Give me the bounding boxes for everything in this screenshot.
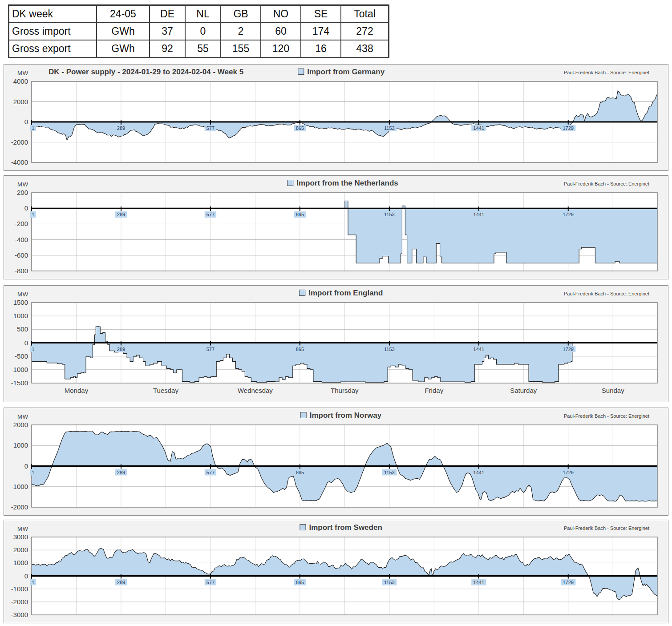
- svg-text:0: 0: [24, 572, 28, 580]
- source-credit: Paul-Frederik Bach - Source: Energinet: [564, 70, 649, 75]
- table-cell: GWh: [97, 40, 150, 58]
- table-cell: 438: [341, 40, 389, 58]
- legend-label: Import from Germany: [307, 68, 385, 76]
- svg-text:1: 1: [32, 347, 34, 352]
- legend-label: Import from England: [308, 289, 383, 297]
- chart-header: MW DK - Power supply - 2024-01-29 to 202…: [4, 65, 668, 79]
- table-cell: 272: [341, 23, 389, 40]
- svg-text:1000: 1000: [13, 441, 28, 449]
- svg-text:-1500: -1500: [11, 379, 28, 387]
- svg-text:577: 577: [206, 580, 215, 585]
- svg-text:1000: 1000: [13, 559, 28, 566]
- chart-title: DK - Power supply - 2024-01-29 to 2024-0…: [49, 68, 243, 77]
- table-header-cell: GB: [221, 5, 261, 23]
- svg-text:0: 0: [24, 462, 28, 470]
- table-header-cell: SE: [301, 5, 341, 23]
- table-header-cell: DE: [150, 5, 185, 23]
- svg-text:Saturday: Saturday: [510, 387, 537, 394]
- table-row-gross-export: Gross export GWh 92 55 155 120 16 438: [9, 40, 389, 58]
- svg-text:1: 1: [32, 125, 34, 131]
- svg-text:-1000: -1000: [11, 366, 28, 373]
- svg-text:Wednesday: Wednesday: [238, 387, 273, 394]
- svg-text:-2000: -2000: [11, 138, 28, 146]
- area-chart-netherlands: 12895778651153144117292000-200-400-600-8…: [4, 190, 667, 279]
- svg-text:-800: -800: [15, 267, 28, 275]
- table-cell: 0: [185, 23, 221, 40]
- svg-text:1729: 1729: [563, 125, 573, 131]
- chart-panel-import-netherlands: MW Import from the Netherlands Paul-Fred…: [4, 175, 668, 279]
- svg-text:577: 577: [206, 470, 215, 475]
- y-axis-unit-label: MW: [17, 181, 28, 188]
- svg-text:865: 865: [296, 470, 304, 475]
- legend-swatch-icon: [299, 290, 305, 296]
- svg-text:1153: 1153: [384, 347, 395, 352]
- svg-text:-1000: -1000: [11, 483, 28, 490]
- svg-text:Tuesday: Tuesday: [153, 387, 178, 394]
- svg-text:-600: -600: [15, 251, 28, 259]
- svg-text:1153: 1153: [384, 125, 395, 131]
- legend-swatch-icon: [298, 69, 304, 75]
- chart-panel-import-germany: MW DK - Power supply - 2024-01-29 to 202…: [4, 64, 668, 171]
- area-chart-sweden: 12895778651153144117293000200010000-1000…: [4, 534, 667, 623]
- svg-text:0: 0: [24, 118, 28, 125]
- svg-text:1441: 1441: [474, 125, 484, 131]
- table-cell: 37: [150, 23, 185, 40]
- table-row: DK week 24-05 DE NL GB NO SE Total: [9, 5, 389, 23]
- svg-text:1000: 1000: [13, 312, 28, 319]
- chart-panel-import-england: MW Import from England Paul-Frederik Bac…: [4, 285, 668, 402]
- svg-text:Monday: Monday: [65, 387, 89, 394]
- svg-text:577: 577: [206, 347, 215, 352]
- y-axis-unit-label: MW: [17, 70, 28, 77]
- svg-text:500: 500: [17, 325, 28, 333]
- svg-text:-2000: -2000: [11, 598, 28, 606]
- source-credit: Paul-Frederik Bach - Source: Energinet: [564, 413, 649, 419]
- svg-text:1441: 1441: [474, 580, 484, 585]
- svg-text:1153: 1153: [384, 212, 395, 217]
- chart-panel-import-norway: MW Import from Norway Paul-Frederik Bach…: [4, 408, 668, 516]
- source-credit: Paul-Frederik Bach - Source: Energinet: [564, 291, 649, 296]
- legend-label: Import from Sweden: [309, 523, 382, 532]
- svg-text:577: 577: [206, 125, 215, 131]
- table-header-cell: NO: [261, 5, 301, 23]
- source-credit: Paul-Frederik Bach - Source: Energinet: [564, 181, 649, 186]
- legend-swatch-icon: [287, 180, 293, 186]
- svg-text:289: 289: [117, 125, 125, 131]
- svg-text:-200: -200: [15, 220, 28, 227]
- svg-text:1729: 1729: [563, 580, 573, 585]
- svg-text:Friday: Friday: [425, 387, 443, 394]
- table-cell: Gross export: [9, 40, 97, 58]
- y-axis-unit-label: MW: [17, 291, 28, 298]
- svg-text:865: 865: [296, 212, 304, 217]
- legend: Import from the Netherlands: [287, 179, 398, 188]
- table-header-cell: NL: [185, 5, 221, 23]
- legend: Import from Sweden: [300, 523, 382, 532]
- svg-text:-3000: -3000: [11, 611, 28, 618]
- table-cell: 2: [221, 23, 261, 40]
- svg-text:1153: 1153: [384, 580, 395, 585]
- area-chart-england: 1289577865115314411729150010005000-500-1…: [4, 300, 667, 402]
- chart-header: MW Import from Norway Paul-Frederik Bach…: [4, 408, 668, 422]
- legend: Import from Germany: [298, 68, 385, 77]
- table-cell: Gross import: [9, 23, 97, 40]
- area-chart-germany: 1289577865115314411729400020000-2000-400…: [4, 79, 667, 170]
- table-cell: 155: [221, 40, 261, 58]
- svg-text:0: 0: [24, 204, 28, 212]
- svg-text:1729: 1729: [563, 470, 573, 475]
- table-cell: 55: [185, 40, 221, 58]
- svg-text:-1000: -1000: [11, 585, 28, 593]
- svg-text:289: 289: [117, 580, 125, 585]
- svg-text:Sunday: Sunday: [602, 387, 624, 394]
- table-row-gross-import: Gross import GWh 37 0 2 60 174 272: [9, 23, 389, 40]
- svg-text:865: 865: [296, 125, 304, 131]
- table-cell: GWh: [97, 23, 150, 40]
- svg-text:289: 289: [117, 212, 125, 217]
- svg-text:1441: 1441: [474, 347, 484, 352]
- table-cell: 120: [261, 40, 301, 58]
- table-cell: 60: [261, 23, 301, 40]
- import-export-summary-table: DK week 24-05 DE NL GB NO SE Total Gross…: [8, 4, 389, 58]
- source-credit: Paul-Frederik Bach - Source: Energinet: [564, 525, 649, 531]
- y-axis-unit-label: MW: [17, 525, 28, 532]
- legend-label: Import from Norway: [310, 411, 382, 420]
- svg-text:1: 1: [32, 470, 34, 475]
- legend-swatch-icon: [300, 412, 307, 418]
